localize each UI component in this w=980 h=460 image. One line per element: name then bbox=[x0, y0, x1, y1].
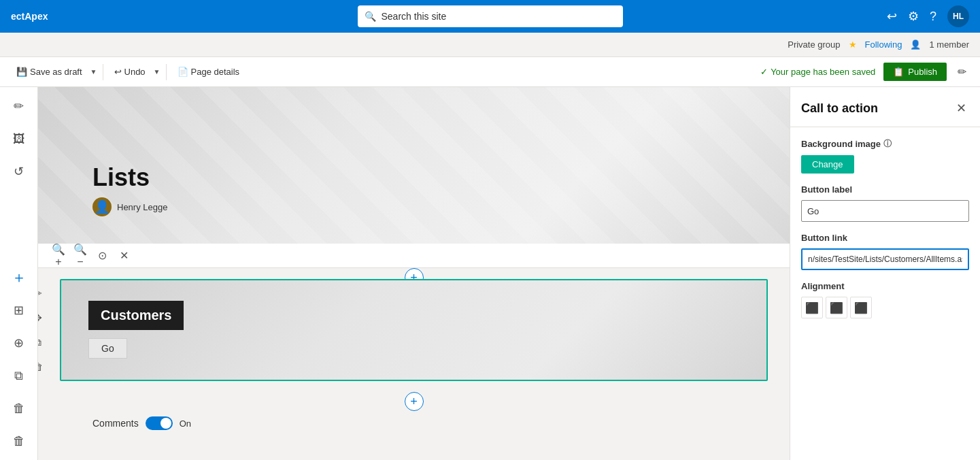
search-box[interactable]: 🔍 bbox=[358, 5, 623, 27]
alignment-label: Alignment bbox=[801, 281, 969, 291]
back-icon[interactable]: ↩ bbox=[887, 9, 897, 24]
refresh-panel-icon[interactable]: ↺ bbox=[5, 158, 33, 185]
background-image-label: Background image ⓘ bbox=[801, 138, 969, 150]
copy-icon[interactable]: ⧉ bbox=[5, 362, 33, 389]
panel-header: Call to action ✕ bbox=[790, 87, 980, 127]
edit-button[interactable]: ✏ bbox=[955, 63, 969, 81]
undo-button[interactable]: ↩ Undo bbox=[109, 64, 151, 80]
page-title: Lists bbox=[92, 163, 167, 192]
align-left-button[interactable]: ⬛ bbox=[801, 297, 823, 318]
section-copy-button[interactable]: ⧉ bbox=[38, 331, 49, 353]
trash-icon[interactable]: 🗑 bbox=[5, 427, 33, 455]
zoom-close-button[interactable]: ✕ bbox=[114, 246, 133, 265]
saved-status: ✓ Your page has been saved bbox=[760, 67, 875, 77]
main-content: ✏ 🖼 ↺ ＋ ⊞ ⊕ ⧉ 🗑 🗑 Lists 👤 Henry Legge bbox=[0, 87, 980, 460]
component-icon[interactable]: ⊞ bbox=[5, 297, 33, 324]
private-group-label: Private group bbox=[788, 39, 840, 50]
toggle-state-label: On bbox=[180, 418, 191, 429]
save-draft-button[interactable]: 💾 Save as draft bbox=[11, 64, 88, 80]
panel-body: Background image ⓘ Change Button label B… bbox=[790, 127, 980, 340]
save-chevron[interactable]: ▼ bbox=[90, 68, 97, 76]
zoom-in-button[interactable]: 🔍+ bbox=[49, 246, 68, 265]
section-trash-button[interactable]: 🗑 bbox=[38, 356, 49, 378]
image-panel-icon[interactable]: 🖼 bbox=[5, 125, 33, 152]
toolbar-left: 💾 Save as draft ▼ ↩ Undo ▼ 📄 Page detail… bbox=[11, 64, 245, 80]
add-top-icon[interactable]: ＋ bbox=[5, 264, 33, 291]
search-input[interactable] bbox=[382, 11, 616, 22]
zoom-fit-icon: ⊙ bbox=[98, 249, 107, 262]
button-link-input[interactable] bbox=[801, 248, 969, 270]
section-move-button[interactable]: ✥ bbox=[38, 307, 49, 329]
star-icon: ★ bbox=[849, 39, 857, 50]
align-center-button[interactable]: ⬛ bbox=[826, 297, 847, 318]
webpart-container: Customers Go bbox=[60, 279, 768, 381]
page-details-icon: 📄 bbox=[178, 67, 188, 77]
settings-icon[interactable]: ⚙ bbox=[908, 9, 919, 24]
alignment-buttons: ⬛ ⬛ ⬛ bbox=[801, 297, 969, 318]
save-icon: 💾 bbox=[16, 67, 27, 77]
zoom-out-icon: 🔍− bbox=[71, 243, 90, 268]
align-center-icon: ⬛ bbox=[830, 301, 843, 314]
webpart-content: Customers Go bbox=[61, 280, 766, 379]
top-bar: ectApex 🔍 ↩ ⚙ ? HL bbox=[0, 0, 980, 33]
site-name: ectApex bbox=[11, 11, 48, 22]
button-label-heading: Button label bbox=[801, 184, 969, 195]
check-icon: ✓ bbox=[760, 67, 768, 77]
avatar[interactable]: HL bbox=[947, 5, 969, 27]
page-details-button[interactable]: 📄 Page details bbox=[172, 64, 246, 80]
canvas-area: Lists 👤 Henry Legge 🔍+ 🔍− ⊙ ✕ bbox=[38, 87, 790, 460]
go-button-preview[interactable]: Go bbox=[88, 338, 127, 359]
section-wrapper: + ✏ ✥ ⧉ 🗑 Customers Go bbox=[38, 268, 790, 411]
publish-button[interactable]: 📋 Publish bbox=[883, 63, 947, 81]
avatar-author: 👤 bbox=[92, 197, 112, 216]
left-panel: ✏ 🖼 ↺ ＋ ⊞ ⊕ ⧉ 🗑 🗑 bbox=[0, 87, 38, 460]
panel-close-button[interactable]: ✕ bbox=[953, 98, 969, 118]
background-image-section: Background image ⓘ Change bbox=[801, 138, 969, 174]
comments-toggle[interactable] bbox=[146, 416, 173, 430]
button-link-section: Button link bbox=[801, 233, 969, 270]
undo-icon: ↩ bbox=[114, 67, 122, 77]
help-icon[interactable]: ? bbox=[930, 10, 936, 24]
divider1 bbox=[103, 64, 103, 80]
align-left-icon: ⬛ bbox=[805, 301, 819, 314]
info-icon: ⓘ bbox=[883, 138, 892, 150]
panel-title: Call to action bbox=[801, 101, 878, 116]
hero-section: Lists 👤 Henry Legge bbox=[38, 87, 790, 244]
publish-icon: 📋 bbox=[893, 67, 904, 77]
toolbar: 💾 Save as draft ▼ ↩ Undo ▼ 📄 Page detail… bbox=[0, 57, 980, 87]
change-button[interactable]: Change bbox=[801, 155, 854, 174]
zoom-out-button[interactable]: 🔍− bbox=[71, 246, 90, 265]
author-name: Henry Legge bbox=[117, 202, 167, 212]
edit-panel-icon[interactable]: ✏ bbox=[5, 93, 33, 120]
section-pencil-button[interactable]: ✏ bbox=[38, 282, 49, 304]
layers-icon[interactable]: ⊕ bbox=[5, 329, 33, 357]
button-label-input[interactable] bbox=[801, 200, 969, 222]
button-label-section: Button label bbox=[801, 184, 969, 222]
top-bar-actions: ↩ ⚙ ? HL bbox=[887, 5, 969, 27]
alignment-section: Alignment ⬛ ⬛ ⬛ bbox=[801, 281, 969, 318]
add-section-bottom-area: + bbox=[60, 392, 768, 411]
customers-banner: Customers bbox=[88, 301, 184, 330]
section-edit-icons: ✏ ✥ ⧉ 🗑 bbox=[38, 282, 49, 378]
following-label[interactable]: Following bbox=[865, 39, 902, 50]
align-right-icon: ⬛ bbox=[854, 301, 868, 314]
comments-bar: Comments On bbox=[38, 411, 790, 436]
section-inner: ✏ ✥ ⧉ 🗑 Customers Go bbox=[60, 279, 768, 381]
divider2 bbox=[166, 64, 167, 80]
member-count: 1 member bbox=[929, 39, 969, 50]
zoom-toolbar: 🔍+ 🔍− ⊙ ✕ bbox=[38, 244, 790, 268]
close-icon: ✕ bbox=[956, 101, 966, 115]
toolbar-right: ✓ Your page has been saved 📋 Publish ✏ bbox=[760, 63, 969, 81]
zoom-fit-button[interactable]: ⊙ bbox=[92, 246, 112, 265]
delete-icon[interactable]: 🗑 bbox=[5, 395, 33, 422]
undo-chevron[interactable]: ▼ bbox=[154, 68, 160, 76]
sub-bar-right: Private group ★ Following 👤 1 member bbox=[788, 39, 980, 50]
button-link-heading: Button link bbox=[801, 233, 969, 243]
hero-content: Lists 👤 Henry Legge bbox=[92, 163, 167, 216]
zoom-in-icon: 🔍+ bbox=[49, 243, 68, 268]
sub-bar: Private group ★ Following 👤 1 member bbox=[0, 33, 980, 57]
member-icon: 👤 bbox=[910, 39, 921, 50]
right-panel: Call to action ✕ Background image ⓘ Chan… bbox=[790, 87, 980, 460]
add-section-bottom-button[interactable]: + bbox=[405, 392, 424, 411]
align-right-button[interactable]: ⬛ bbox=[850, 297, 872, 318]
